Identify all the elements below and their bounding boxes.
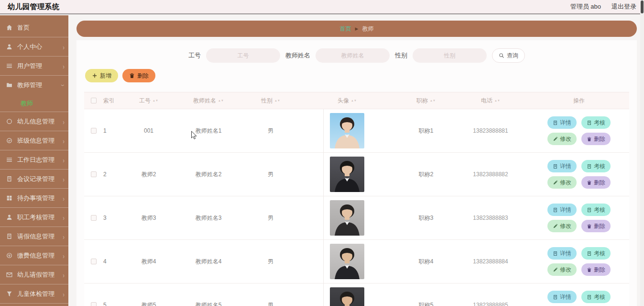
doc-icon — [587, 120, 592, 125]
detail-button[interactable]: 详情 — [547, 204, 577, 216]
cell-teacher-name: 教师姓名4 — [170, 258, 247, 266]
doc-icon — [553, 295, 558, 300]
trash-icon — [129, 73, 135, 79]
main-content: 首页 ▶ 教师 工号 教师姓名 性别 查询 — [68, 15, 640, 306]
chevron-right-icon: › — [63, 213, 65, 221]
sidebar-item[interactable]: 会议记录管理 › — [0, 170, 68, 189]
remove-button[interactable]: 删除 — [581, 220, 611, 232]
logout-link[interactable]: 退出登录 — [611, 2, 636, 11]
assess-button[interactable]: 考核 — [581, 247, 611, 260]
sort-carets-icon: ▲▼ — [430, 100, 436, 102]
trash-icon — [587, 267, 592, 272]
column-header-job-no[interactable]: 工号▲▼ — [127, 97, 170, 105]
select-all-checkbox[interactable] — [91, 98, 97, 103]
cell-teacher-name: 教师姓名5 — [170, 301, 247, 306]
remove-button[interactable]: 删除 — [581, 176, 611, 189]
sidebar-item[interactable]: 工作日志管理 › — [0, 150, 68, 170]
teacher-photo[interactable] — [330, 113, 364, 148]
chevron-right-icon: › — [63, 271, 65, 279]
column-header-avatar[interactable]: 头像▲▼ — [295, 97, 400, 105]
cell-gender: 男 — [247, 214, 295, 222]
detail-button[interactable]: 详情 — [547, 160, 577, 172]
coin-icon — [6, 252, 13, 259]
detail-button[interactable]: 详情 — [547, 247, 577, 260]
search-icon — [499, 53, 504, 58]
doc-icon — [6, 233, 13, 240]
teacher-photo[interactable] — [330, 157, 364, 192]
row-checkbox[interactable] — [91, 259, 97, 264]
column-header-index[interactable]: 索引 — [103, 97, 127, 105]
edit-button[interactable]: 修改 — [547, 133, 577, 145]
scrollbar-thumb[interactable] — [641, 0, 644, 13]
circle-icon — [6, 118, 13, 125]
row-checkbox[interactable] — [91, 302, 97, 306]
search-input[interactable] — [413, 48, 487, 63]
detail-button[interactable]: 详情 — [547, 116, 577, 129]
scrollbar[interactable] — [640, 0, 644, 306]
plus-icon — [92, 73, 98, 79]
cell-index: 5 — [103, 302, 127, 306]
search-field-label: 工号 — [188, 51, 201, 60]
sidebar-item[interactable]: 待办事项管理 › — [0, 189, 68, 208]
sidebar-item[interactable]: 幼儿请假管理 › — [0, 265, 68, 284]
column-header-phone[interactable]: 电话▲▼ — [452, 97, 529, 105]
assess-button[interactable]: 考核 — [581, 160, 611, 172]
chevron-right-icon: › — [63, 251, 65, 260]
chevron-right-icon: › — [63, 43, 65, 51]
sidebar-item[interactable]: 缴费信息管理 › — [0, 246, 68, 265]
doc-icon — [587, 207, 592, 213]
teacher-photo[interactable] — [330, 244, 364, 279]
pencil-icon — [553, 180, 558, 185]
column-header-name[interactable]: 教师姓名▲▼ — [170, 97, 247, 105]
chevron-right-icon: › — [63, 194, 65, 202]
pencil-icon — [553, 136, 558, 142]
pencil-icon — [553, 267, 558, 272]
teacher-photo[interactable] — [330, 200, 364, 236]
row-checkbox[interactable] — [91, 128, 97, 134]
breadcrumb-home[interactable]: 首页 — [340, 25, 351, 33]
user-icon — [6, 44, 13, 50]
doc-icon — [587, 164, 592, 169]
column-header-title[interactable]: 职称▲▼ — [400, 97, 452, 105]
delete-button[interactable]: 删除 — [122, 69, 155, 82]
sidebar-item[interactable]: 儿童体检管理 › — [0, 284, 68, 304]
assess-button[interactable]: 考核 — [581, 204, 611, 216]
cell-title: 职称2 — [400, 170, 452, 179]
current-user: 管理员 abo — [570, 2, 601, 11]
search-input[interactable] — [316, 48, 390, 63]
remove-button[interactable]: 删除 — [581, 133, 611, 145]
sidebar-item[interactable]: 用户管理 › — [0, 57, 68, 76]
pencil-icon — [553, 224, 558, 229]
remove-button[interactable]: 删除 — [581, 263, 611, 276]
row-checkbox[interactable] — [91, 171, 97, 177]
column-header-gender[interactable]: 性别▲▼ — [247, 97, 295, 105]
edit-button[interactable]: 修改 — [547, 176, 577, 189]
sidebar-item[interactable]: 班级信息管理 › — [0, 131, 68, 150]
edit-button[interactable]: 修改 — [547, 263, 577, 276]
sidebar-item[interactable]: 请假信息管理 › — [0, 227, 68, 246]
mail-icon — [6, 272, 13, 278]
sidebar-item[interactable]: 职工考核管理 › — [0, 208, 68, 227]
add-button[interactable]: 新增 — [85, 69, 118, 82]
detail-button[interactable]: 详情 — [547, 291, 577, 303]
chevron-right-icon: › — [63, 136, 65, 145]
breadcrumb: 首页 ▶ 教师 — [76, 21, 637, 37]
sidebar-item[interactable]: 幼儿信息管理 › — [0, 112, 68, 131]
teacher-photo[interactable] — [330, 287, 364, 306]
cell-phone: 13823888883 — [452, 215, 529, 221]
sidebar-item[interactable]: 教师 — [0, 95, 68, 112]
cell-job-no: 教师5 — [127, 301, 170, 306]
edit-button[interactable]: 修改 — [547, 220, 577, 232]
cell-gender: 男 — [247, 258, 295, 266]
assess-button[interactable]: 考核 — [581, 291, 611, 303]
sidebar-item[interactable]: 教师管理 › — [0, 76, 68, 95]
query-button[interactable]: 查询 — [492, 48, 525, 63]
chevron-right-icon: › — [63, 117, 65, 125]
sidebar-item[interactable]: 首页 — [0, 18, 68, 37]
sidebar-item[interactable]: 个人中心 › — [0, 37, 68, 57]
cell-job-no: 001 — [127, 127, 170, 134]
row-checkbox[interactable] — [91, 215, 97, 221]
assess-button[interactable]: 考核 — [581, 116, 611, 129]
search-input[interactable] — [206, 48, 280, 63]
trash-icon — [587, 180, 592, 185]
